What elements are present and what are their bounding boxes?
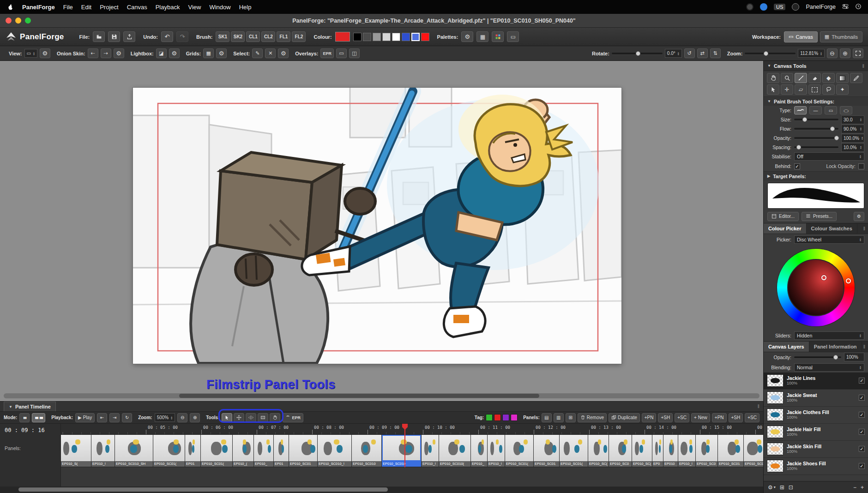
timeline-clip[interactable]: EP010_!	[91, 435, 115, 467]
account-icon[interactable]	[760, 3, 767, 11]
zoom-tool[interactable]	[781, 73, 793, 83]
brush-presets-button[interactable]: Presets...	[802, 212, 837, 221]
palette-settings-button[interactable]: ⚙	[461, 31, 473, 42]
flip-vertical-button[interactable]: ⇅	[710, 48, 721, 58]
layers-opacity-value[interactable]: 100%	[844, 353, 864, 361]
transform-tool[interactable]: ▱	[795, 84, 807, 95]
timeline-clip[interactable]: EP010_!	[678, 435, 696, 467]
paint-brush-tool[interactable]	[795, 73, 807, 83]
colour-selector[interactable]	[821, 275, 826, 280]
zoom-window-button[interactable]	[25, 18, 31, 24]
mode-single-strip-button[interactable]: ▮▮▮	[19, 413, 30, 422]
onion-settings-button[interactable]: ⚙	[114, 48, 124, 58]
timeline-clip[interactable]: EP010_SC0	[609, 435, 632, 467]
overlays-epr-button[interactable]: EPR	[320, 48, 334, 58]
menu-item-playback[interactable]: Playback	[156, 4, 180, 11]
timeline-clip[interactable]: EP010_SC01	[534, 435, 560, 467]
timeline-clip[interactable]: EP01	[274, 435, 289, 467]
timeline-scrollbar-thumb[interactable]	[18, 487, 388, 492]
timeline-ruler[interactable]: 00 : 05 : 0000 : 06 : 0000 : 07 : 0000 :…	[61, 424, 763, 435]
target-panels-header[interactable]: ▶ Target Panels:	[764, 171, 868, 180]
panel-grip[interactable]: ‖	[863, 223, 868, 234]
canvas-scrollbar-thumb[interactable]	[179, 394, 539, 398]
add-layer-button[interactable]: ⊞	[780, 484, 784, 491]
fullscreen-button[interactable]	[853, 48, 863, 58]
layer-row[interactable]: Jackie Lines100%✓	[764, 373, 868, 390]
spacing-slider[interactable]	[794, 146, 838, 148]
hue-selector[interactable]	[846, 278, 851, 283]
grids-toggle-button[interactable]: ▦	[203, 48, 214, 58]
layer-row[interactable]: Jackie Shoes Fill100%✓	[764, 458, 868, 475]
colour-swatch[interactable]	[421, 33, 429, 41]
lasso-select-tool[interactable]	[822, 84, 835, 95]
panels-layout1-button[interactable]: ▤	[542, 413, 552, 422]
menu-item-project[interactable]: Project	[100, 4, 118, 11]
menu-item-view[interactable]: View	[188, 4, 201, 11]
tag-colour-button[interactable]	[494, 414, 501, 421]
behind-checkbox[interactable]: ✓	[794, 163, 800, 169]
expand-triangle-icon[interactable]: ▶	[767, 174, 770, 178]
stabilise-dropdown[interactable]: Off▲▼	[794, 152, 864, 161]
view-settings-button[interactable]: ⚙	[40, 48, 50, 58]
blending-dropdown[interactable]: Normal▲▼	[794, 363, 864, 372]
select-pen-button[interactable]: ✎	[252, 48, 263, 58]
apple-menu-icon[interactable]	[6, 3, 14, 11]
timeline-clip[interactable]: EP010_SC0	[696, 435, 718, 467]
playhead[interactable]	[404, 424, 405, 467]
move-tool[interactable]	[767, 84, 779, 95]
timeline-epr-button[interactable]: EPR	[283, 413, 303, 422]
menu-item-file[interactable]: File	[63, 4, 73, 11]
timeline-clip[interactable]: EP010_SC01(	[201, 435, 233, 467]
minimize-window-button[interactable]	[15, 18, 21, 24]
flip-horizontal-button[interactable]: ⇄	[697, 48, 708, 58]
panel-pn-button[interactable]: +PN	[642, 413, 657, 422]
timeline-clip[interactable]: EP010_SC01(	[505, 435, 534, 467]
marker-tool[interactable]: ◆	[822, 73, 835, 83]
panel-grip[interactable]: ‖	[863, 342, 868, 352]
layer-visibility-checkbox[interactable]: ✓	[859, 429, 865, 435]
select-settings-button[interactable]: ⚙	[278, 48, 289, 58]
picker-dropdown[interactable]: Disc Wheel▲▼	[794, 235, 864, 244]
new-layer-button[interactable]: +	[861, 484, 864, 491]
timeline-clip[interactable]: EP010_(	[233, 435, 254, 467]
rotate-value-box[interactable]: 0.0°▲▼	[665, 49, 682, 58]
size-slider[interactable]	[794, 119, 838, 120]
select-clear-button[interactable]: ✕	[265, 48, 276, 58]
panel-sh-button[interactable]: +SH	[729, 413, 743, 422]
colour-swatch[interactable]	[373, 33, 381, 41]
timeline-horizontal-scrollbar[interactable]	[0, 487, 763, 493]
colour-swatch[interactable]	[353, 33, 362, 41]
mode-multi-strip-button[interactable]: ▮▮▮▮▮▮	[32, 413, 45, 422]
tab-colour-picker[interactable]: Colour Picker	[764, 223, 807, 234]
collapse-triangle-icon[interactable]: ▼	[9, 405, 12, 409]
timeline-clip[interactable]: EP010_SC010_!	[318, 435, 352, 467]
trim-panel-tool-button[interactable]	[246, 413, 256, 422]
control-center-icon[interactable]	[842, 3, 849, 11]
zoom-slider[interactable]	[745, 53, 796, 54]
new-panel-button[interactable]: +New	[691, 413, 710, 422]
zoom-value-box[interactable]: 112.81%▲▼	[798, 49, 825, 58]
clock-icon[interactable]	[855, 3, 862, 11]
undo-button[interactable]: ↶	[161, 31, 173, 42]
brush-slot-sk2[interactable]: SK2	[231, 31, 245, 42]
view-mode-dropdown[interactable]: ▭▲▼	[24, 49, 37, 58]
timeline-clip[interactable]: EP010_SC(	[588, 435, 609, 467]
timeline-clip[interactable]: EP010_	[471, 435, 488, 467]
timeline-zoom-dropdown[interactable]: 500%▲▼	[155, 413, 175, 422]
tag-colour-button[interactable]	[511, 414, 518, 421]
timeline-zoom-out-button[interactable]: ⊖	[177, 413, 187, 422]
layer-row[interactable]: Jackie Sweat100%✓	[764, 390, 868, 407]
workspace-thumbnails-button[interactable]: ▦Thumbnails	[820, 31, 862, 42]
zoom-out-button[interactable]: ⊖	[827, 48, 838, 58]
brush-type-ellipse-button[interactable]: ◯	[840, 106, 852, 114]
input-source-badge[interactable]: US	[774, 4, 785, 10]
menu-item-window[interactable]: Window	[209, 4, 230, 11]
brush-type-line-button[interactable]: —	[809, 106, 822, 114]
filmstrip-panel-tool-button[interactable]	[258, 413, 268, 422]
overlays-frame-button[interactable]: ▭	[336, 48, 347, 58]
timeline-clip[interactable]: EP010_SC01(	[560, 435, 588, 467]
canvas-horizontal-scrollbar[interactable]	[4, 393, 760, 398]
play-button[interactable]: ▶Play	[75, 413, 95, 422]
tag-colour-button[interactable]	[502, 414, 509, 421]
opacity-value-box[interactable]: 100.0%▲▼	[841, 134, 864, 143]
